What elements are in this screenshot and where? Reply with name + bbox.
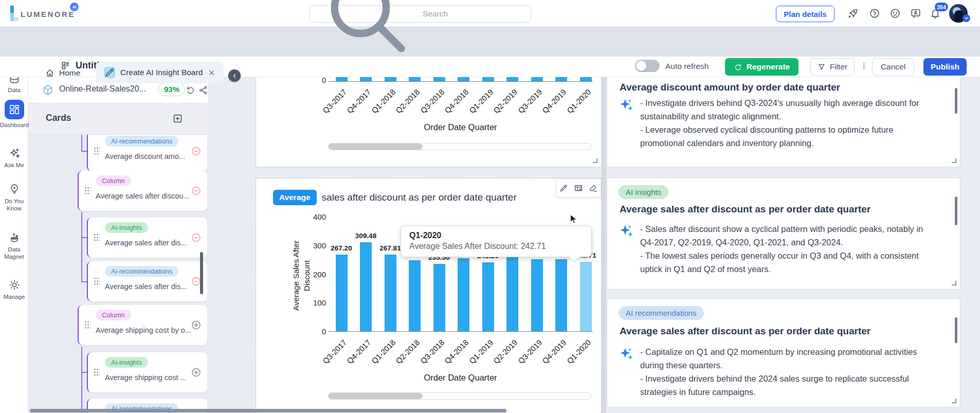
card-resize-handle[interactable] [952, 158, 956, 163]
sidebar-item-label: Ask Me [0, 161, 28, 169]
sidebar-item-manage[interactable]: Manage [0, 279, 28, 300]
drag-handle-icon[interactable] [84, 321, 90, 330]
lumenore-logo[interactable]: LUMENORE AI [10, 6, 75, 21]
card-list-item[interactable]: Ai-recommendationsAverage discount amo..… [87, 135, 207, 171]
relationship-icon[interactable] [198, 85, 208, 95]
sidebar-item-dashboard[interactable]: Dashboard [0, 100, 28, 129]
card-scrollbar-thumb[interactable] [955, 88, 957, 114]
tooltip-title: Q1-2020 [409, 231, 583, 240]
sidebar-item-data-magnet[interactable]: Data Magnet [0, 231, 28, 260]
lumenore-logo-icon [10, 6, 19, 21]
sidebar-item-do-you-know[interactable]: Do You Know [0, 183, 28, 212]
card-resize-handle[interactable] [593, 158, 597, 163]
chart-bar[interactable] [385, 255, 396, 331]
chart-bar[interactable] [458, 258, 469, 331]
remove-card-icon[interactable] [191, 186, 202, 196]
canvas-horizontal-scrollbar-thumb[interactable] [30, 409, 506, 412]
chart-bar[interactable] [531, 259, 543, 331]
edit-pencil-icon[interactable] [559, 184, 568, 193]
x-axis-title: Order Date Quarter [328, 373, 593, 383]
chart-bar[interactable] [385, 77, 396, 81]
remove-table-icon[interactable] [574, 184, 583, 193]
chart-horizontal-scrollbar[interactable] [328, 143, 591, 150]
chart-bar[interactable] [409, 77, 421, 81]
chart-bar[interactable] [409, 260, 421, 331]
drag-handle-icon[interactable] [94, 368, 100, 377]
chart-bar[interactable] [506, 77, 518, 81]
toolbar-divider: | [863, 61, 865, 71]
chart-scrollbar-thumb[interactable] [329, 143, 423, 150]
x-axis-title: Order Date Quarter [328, 122, 593, 132]
drag-handle-icon[interactable] [94, 147, 100, 156]
feedback-icon[interactable] [910, 8, 921, 19]
auto-refresh-toggle[interactable] [635, 60, 660, 72]
card-scrollbar-thumb[interactable] [955, 317, 957, 343]
cards-list-scrollbar-thumb[interactable] [200, 252, 203, 294]
remove-card-icon[interactable] [191, 232, 202, 243]
chart-bar[interactable] [433, 77, 445, 81]
ai-card-bullet: - Sales after discount show a cyclical p… [640, 222, 924, 249]
regenerate-button[interactable]: Regenerate [725, 58, 798, 76]
card-list-item[interactable]: ColumnAverage sales after discou... [78, 171, 207, 211]
chart-horizontal-scrollbar[interactable] [328, 392, 591, 400]
chart-bar[interactable] [531, 77, 543, 81]
tabbar-chevron-down-icon[interactable] [958, 61, 970, 72]
tab-create-ai-insight-board[interactable]: Create AI Insight Board [96, 62, 224, 83]
ai-card-text: - Sales after discount show a cyclical p… [640, 222, 924, 276]
drag-handle-icon[interactable] [84, 187, 90, 195]
chart-bar[interactable] [336, 255, 348, 331]
filter-button[interactable]: Filter [810, 58, 855, 76]
face-icon[interactable] [890, 8, 901, 19]
chart-bar[interactable] [433, 264, 445, 331]
drag-handle-icon[interactable] [94, 234, 100, 242]
x-tick-label: Q1-2018 [370, 87, 397, 115]
refresh-icon[interactable] [186, 85, 195, 95]
chart-bar[interactable] [580, 262, 592, 331]
sidebar-item-label: Dashboard [0, 121, 28, 129]
card-resize-handle[interactable] [952, 399, 956, 403]
chart-bar[interactable] [458, 77, 469, 81]
tab-home[interactable]: Home [45, 63, 80, 83]
chart-bar[interactable] [580, 77, 592, 81]
chart-bar[interactable] [555, 77, 567, 81]
chart-bar[interactable] [482, 262, 494, 331]
chart-bar[interactable] [360, 242, 372, 331]
chart-scrollbar-thumb[interactable] [329, 393, 423, 399]
card-resize-handle[interactable] [952, 281, 956, 285]
sidebar-item-ask-me[interactable]: Ask Me [0, 147, 28, 169]
drag-handle-icon[interactable] [94, 277, 100, 286]
card-list-item[interactable]: Ai-insightsAverage sales after dis... [87, 218, 207, 258]
card-scrollbar-thumb[interactable] [955, 196, 957, 225]
chart-bar[interactable] [555, 259, 567, 331]
eraser-icon[interactable] [589, 184, 598, 193]
chart-card-sales-after-discount[interactable]: Average sales after discount as per orde… [256, 178, 602, 413]
chart-bar[interactable] [360, 77, 372, 81]
ai-sparkle-icon [619, 223, 634, 239]
add-card-icon[interactable] [172, 113, 183, 124]
search-input[interactable] [423, 9, 525, 19]
account-chevron-down-icon[interactable] [963, 14, 970, 22]
remove-card-icon[interactable] [191, 146, 202, 157]
cancel-button[interactable]: Cancel [872, 58, 914, 76]
card-list-item[interactable]: ColumnAverage shipping cost by o... [78, 305, 207, 345]
y-tick-zero: 0 [287, 77, 326, 84]
add-card-icon[interactable] [191, 367, 202, 378]
lumenore-app: LUMENORE AI Plan details 354 Home Create… [0, 0, 980, 413]
add-card-icon[interactable] [191, 320, 202, 331]
tooltip-value: Average Sales After Discount: 242.71 [409, 242, 583, 251]
card-list-item[interactable]: Ai-recommendationsAverage sales after di… [87, 261, 207, 301]
card-type-badge: Ai-insights [105, 357, 148, 368]
plan-details-button[interactable]: Plan details [776, 6, 834, 22]
collapse-panel-button[interactable] [228, 69, 241, 82]
dataset-name[interactable]: Online-Retail-Sales20... [59, 84, 146, 94]
help-icon[interactable] [869, 8, 880, 19]
tab-close-icon[interactable] [208, 69, 215, 77]
active-nav-box [5, 100, 24, 119]
chart-bar[interactable] [482, 77, 494, 81]
chart-bar[interactable] [336, 77, 348, 81]
measure-chip: Average [273, 190, 317, 205]
rocket-icon[interactable] [847, 8, 859, 19]
card-list-item[interactable]: Ai-insightsAverage shipping cost ... [87, 352, 207, 392]
search-box[interactable] [310, 5, 531, 23]
chart-bar[interactable] [506, 256, 518, 331]
